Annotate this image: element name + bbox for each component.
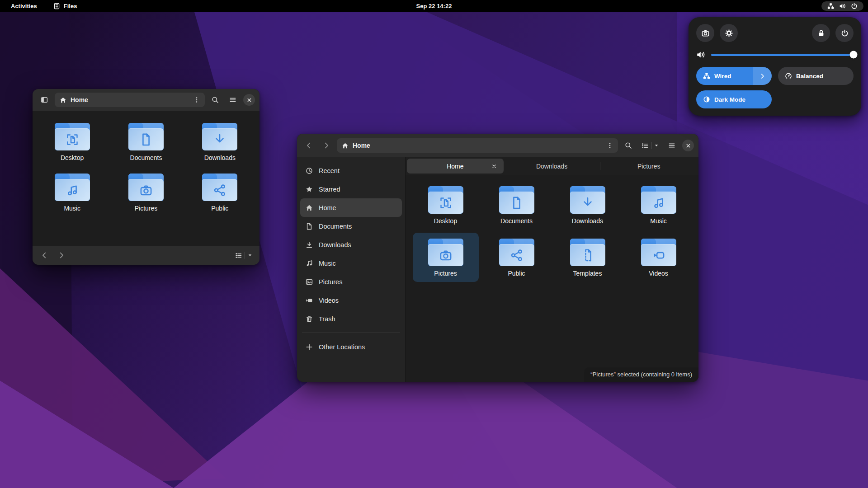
sidebar-item-trash[interactable]: Trash <box>300 310 402 328</box>
volume-knob[interactable] <box>850 51 858 59</box>
large-window-titlebar[interactable]: Home <box>297 134 698 157</box>
folder-name: Pictures <box>434 270 457 277</box>
folder-name: Desktop <box>434 218 457 225</box>
sidebar-item-music[interactable]: Music <box>300 254 402 272</box>
tab-pictures[interactable]: Pictures <box>600 159 697 174</box>
hamburger-icon <box>668 142 675 149</box>
system-tray[interactable] <box>821 1 863 11</box>
activities-button[interactable]: Activities <box>5 2 43 10</box>
small-path-bar[interactable]: Home <box>55 93 205 107</box>
large-main-menu-button[interactable] <box>665 138 679 153</box>
clock[interactable]: Sep 22 14:22 <box>410 2 458 10</box>
sidebar-separator <box>302 333 400 333</box>
small-path-label: Home <box>71 96 88 103</box>
lock-icon <box>817 29 825 37</box>
volume-slider[interactable] <box>711 51 854 59</box>
home-icon <box>306 204 313 211</box>
small-window-titlebar[interactable]: Home <box>33 89 259 111</box>
folder-item-pictures[interactable]: Pictures <box>113 168 179 216</box>
folder-item-desktop[interactable]: Desktop <box>39 117 105 166</box>
sidebar-item-label: Recent <box>319 167 340 174</box>
sidebar-item-starred[interactable]: Starred <box>300 180 402 198</box>
large-view-toggle-button[interactable] <box>639 138 661 153</box>
tab-home[interactable]: Home <box>407 159 504 174</box>
videos-emblem-icon <box>651 247 667 263</box>
small-search-button[interactable] <box>208 93 222 107</box>
sidebar-item-other-locations[interactable]: Other Locations <box>300 338 402 356</box>
pictures-emblem-icon <box>438 247 454 263</box>
folder-icon <box>428 186 463 214</box>
small-close-button[interactable] <box>243 94 255 106</box>
plus-icon <box>306 343 313 351</box>
settings-button[interactable] <box>720 24 738 42</box>
sidebar-item-recent[interactable]: Recent <box>300 161 402 180</box>
folder-item-public[interactable]: Public <box>484 233 550 282</box>
tab-close-button[interactable] <box>490 162 498 170</box>
folder-item-downloads[interactable]: Downloads <box>187 117 253 166</box>
dark-mode-toggle[interactable]: Dark Mode <box>696 90 772 108</box>
kebab-menu-icon[interactable] <box>193 97 200 103</box>
sidebar-item-videos[interactable]: Videos <box>300 291 402 310</box>
folder-item-public[interactable]: Public <box>187 168 253 216</box>
tab-label: Downloads <box>536 163 567 170</box>
sidebar-item-home[interactable]: Home <box>300 198 402 217</box>
expand-arrow[interactable] <box>753 67 772 85</box>
small-view-toggle-button[interactable] <box>232 248 255 263</box>
divider <box>651 142 651 149</box>
sidebar-toggle-button[interactable] <box>37 93 52 107</box>
trash-icon <box>306 315 313 323</box>
folder-name: Music <box>64 205 80 212</box>
close-icon <box>247 98 252 103</box>
power-button[interactable] <box>835 24 854 42</box>
folder-item-videos[interactable]: Videos <box>626 233 692 282</box>
sidebar-item-pictures[interactable]: Pictures <box>300 272 402 291</box>
sidebar-item-label: Starred <box>319 186 340 193</box>
folder-name: Desktop <box>61 155 84 161</box>
folder-item-downloads[interactable]: Downloads <box>555 180 621 229</box>
balanced-toggle[interactable]: Balanced <box>778 67 854 85</box>
large-path-bar[interactable]: Home <box>337 138 618 153</box>
folder-item-templates[interactable]: Templates <box>555 233 621 282</box>
desktop-emblem-icon <box>438 195 454 211</box>
chevron-right-icon <box>58 252 65 259</box>
back-button[interactable] <box>37 248 52 263</box>
small-main-menu-button[interactable] <box>226 93 240 107</box>
lock-button[interactable] <box>812 24 830 42</box>
toggle-label: Balanced <box>796 73 854 80</box>
sidebar-item-label: Downloads <box>319 241 351 249</box>
folder-item-music[interactable]: Music <box>39 168 105 216</box>
folder-item-pictures[interactable]: Pictures <box>413 233 479 282</box>
folder-item-desktop[interactable]: Desktop <box>413 180 479 229</box>
forward-button[interactable] <box>54 248 69 263</box>
quick-settings-panel: WiredBalancedDark Mode <box>689 17 861 116</box>
tab-downloads[interactable]: Downloads <box>504 159 600 174</box>
back-button[interactable] <box>302 138 316 153</box>
folder-name: Pictures <box>135 205 158 212</box>
search-icon <box>625 142 632 149</box>
folder-item-music[interactable]: Music <box>626 180 692 229</box>
network-wired-icon <box>827 3 834 9</box>
chevron-left-icon <box>305 142 312 149</box>
hamburger-icon <box>229 96 236 103</box>
wired-toggle[interactable]: Wired <box>696 67 772 85</box>
download-icon <box>306 241 313 249</box>
screenshot-button[interactable] <box>696 24 714 42</box>
kebab-menu-icon[interactable] <box>607 142 613 149</box>
folder-item-documents[interactable]: Documents <box>113 117 179 166</box>
folder-icon <box>499 239 534 266</box>
files-app-icon <box>53 3 60 9</box>
app-menu-button[interactable]: Files <box>47 2 84 10</box>
large-close-button[interactable] <box>682 140 694 151</box>
camera-icon <box>702 29 709 37</box>
sidebar-item-label: Music <box>319 260 336 267</box>
video-icon <box>306 297 313 304</box>
sidebar-item-documents[interactable]: Documents <box>300 217 402 235</box>
forward-button[interactable] <box>319 138 334 153</box>
folder-item-documents[interactable]: Documents <box>484 180 550 229</box>
sidebar-item-downloads[interactable]: Downloads <box>300 235 402 254</box>
files-window-large: Home RecentStarredHomeDocumentsDownloads… <box>297 134 698 382</box>
sidebar-item-label: Other Locations <box>319 343 365 351</box>
large-path-label: Home <box>353 142 370 149</box>
folder-name: Documents <box>500 218 533 225</box>
large-search-button[interactable] <box>621 138 636 153</box>
